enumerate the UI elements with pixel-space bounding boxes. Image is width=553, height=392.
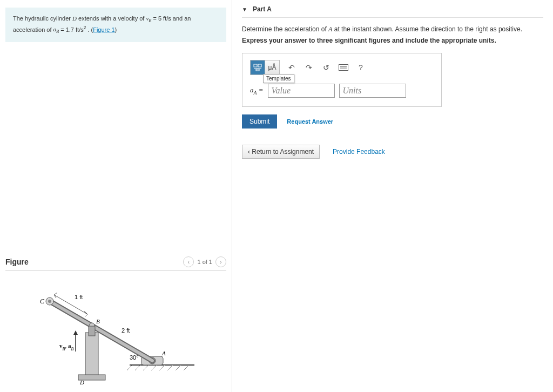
intro-text: = 1.7 ft/s xyxy=(59,26,84,32)
svg-line-3 xyxy=(143,365,149,370)
svg-rect-28 xyxy=(89,326,95,336)
svg-line-24 xyxy=(85,314,87,316)
intro-text: ) xyxy=(115,26,117,32)
keyboard-button[interactable] xyxy=(338,62,349,73)
svg-text:A: A xyxy=(161,350,166,356)
question-text: Determine the acceleration of A at the i… xyxy=(242,25,543,33)
svg-point-16 xyxy=(48,300,51,303)
templates-tooltip: Templates xyxy=(263,74,294,83)
svg-line-7 xyxy=(176,365,181,370)
svg-text:B: B xyxy=(96,318,100,325)
return-button[interactable]: ‹ Return to Assignment xyxy=(242,145,320,159)
redo-button[interactable]: ↷ xyxy=(304,62,314,73)
svg-text:1 ft: 1 ft xyxy=(75,294,83,300)
keyboard-icon xyxy=(339,64,348,71)
pager-text: 1 of 1 xyxy=(197,259,212,265)
svg-rect-37 xyxy=(256,69,259,71)
answer-box: μÅ ↶ ↷ ↺ ? Templates aA = Value Units xyxy=(242,53,442,107)
units-input[interactable]: Units xyxy=(339,84,406,98)
intro-text: = 5 ft/s xyxy=(151,15,171,22)
templates-button[interactable] xyxy=(251,60,265,75)
value-input[interactable]: Value xyxy=(268,84,335,98)
svg-marker-32 xyxy=(73,330,78,335)
next-figure-button[interactable]: › xyxy=(215,256,226,267)
svg-line-21 xyxy=(54,293,57,295)
request-answer-link[interactable]: Request Answer xyxy=(287,118,333,125)
svg-rect-35 xyxy=(258,64,261,67)
prev-figure-button[interactable]: ‹ xyxy=(183,256,194,267)
svg-text:C: C xyxy=(40,298,45,305)
question-instruction: Express your answer to three significant… xyxy=(242,37,543,44)
svg-text:30°: 30° xyxy=(130,354,139,361)
svg-line-5 xyxy=(159,365,165,370)
figure-link[interactable]: Figure 1 xyxy=(93,26,114,32)
var-D: D xyxy=(72,15,77,22)
submit-button[interactable]: Submit xyxy=(242,114,277,129)
var-vB: vB xyxy=(146,15,151,22)
svg-text:vB, aB: vB, aB xyxy=(59,342,73,352)
svg-line-6 xyxy=(167,365,173,370)
answer-variable-label: aA = xyxy=(250,86,264,96)
svg-text:2 ft: 2 ft xyxy=(122,327,130,334)
figure-panel: Figure ‹ 1 of 1 › A 30° xyxy=(5,253,226,387)
provide-feedback-link[interactable]: Provide Feedback xyxy=(333,148,385,156)
part-title: Part A xyxy=(253,5,272,13)
fraction-icon xyxy=(253,64,262,71)
svg-line-14 xyxy=(50,301,152,361)
svg-text:D: D xyxy=(79,379,84,386)
part-header[interactable]: ▼ Part A xyxy=(242,0,543,18)
equation-toolbar: μÅ ↶ ↷ ↺ ? Templates xyxy=(250,60,434,75)
figure-pager: ‹ 1 of 1 › xyxy=(183,256,226,267)
symbols-button[interactable]: μÅ xyxy=(265,60,279,75)
intro-text: The hydraulic cylinder xyxy=(13,15,72,22)
problem-intro: The hydraulic cylinder D extends with a … xyxy=(5,8,226,42)
collapse-caret-icon: ▼ xyxy=(242,6,247,12)
help-button[interactable]: ? xyxy=(355,62,366,73)
figure-heading: Figure xyxy=(5,258,29,266)
undo-button[interactable]: ↶ xyxy=(286,62,297,73)
intro-text: . ( xyxy=(86,26,93,32)
var-aB: aB xyxy=(53,26,59,32)
svg-rect-38 xyxy=(339,65,348,71)
svg-rect-27 xyxy=(85,333,98,376)
reset-button[interactable]: ↺ xyxy=(321,62,332,73)
intro-text: extends with a velocity of xyxy=(77,15,146,22)
figure-diagram: A 30° C B 1 ft 2 ft D xyxy=(16,279,211,387)
svg-line-8 xyxy=(184,365,189,370)
svg-line-2 xyxy=(135,365,140,370)
svg-rect-34 xyxy=(254,64,257,67)
svg-line-4 xyxy=(151,365,157,370)
svg-line-1 xyxy=(127,365,132,370)
